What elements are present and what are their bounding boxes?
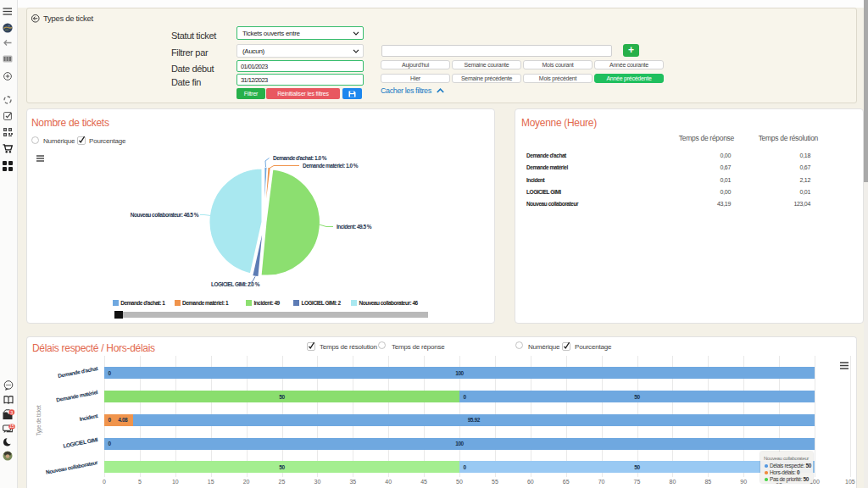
svg-text:15: 15 [9, 424, 14, 429]
svg-text:Demande matériel: 1.0 %: Demande matériel: 1.0 % [303, 163, 359, 169]
svg-text:Incident: 49.5 %: Incident: 49.5 % [337, 224, 372, 230]
svg-text:LOGICIEL GIMI: 2.0 %: LOGICIEL GIMI: 2.0 % [211, 281, 260, 287]
svg-text:Nouveau collaborateur: 46.5 %: Nouveau collaborateur: 46.5 % [131, 212, 199, 218]
svg-text:Demande d'achat: 1.0 %: Demande d'achat: 1.0 % [273, 155, 327, 161]
svg-text:3: 3 [10, 410, 13, 415]
